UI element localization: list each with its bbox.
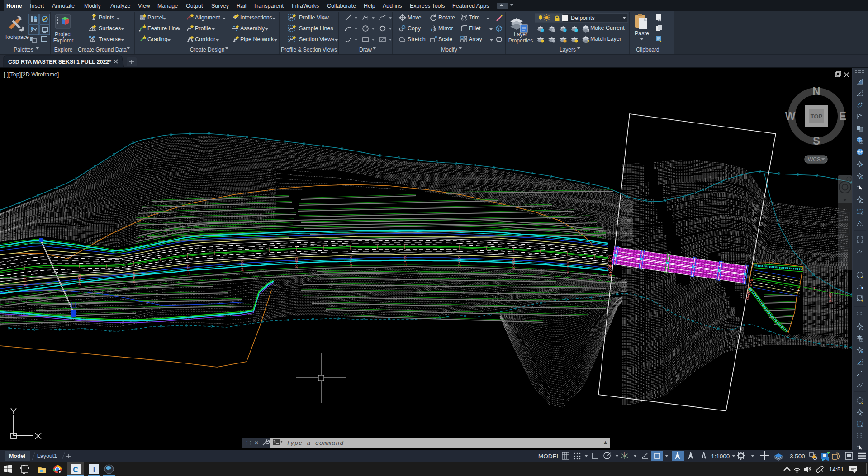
svg-text:Profile: Profile: [195, 25, 211, 32]
svg-text:Defpoints: Defpoints: [571, 15, 595, 21]
svg-text:Corridor: Corridor: [195, 36, 215, 42]
svg-text:Fillet: Fillet: [469, 25, 481, 32]
svg-text:10+400: 10+400: [349, 256, 353, 267]
svg-text:C: C: [73, 466, 78, 474]
svg-text:10+550: 10+550: [186, 264, 190, 275]
svg-text:InfraWorks: InfraWorks: [292, 3, 319, 9]
svg-text:14:51: 14:51: [829, 466, 844, 473]
svg-text:1:1000: 1:1000: [711, 453, 730, 460]
svg-text:Toolspace: Toolspace: [5, 34, 29, 40]
svg-text:WCS: WCS: [808, 156, 821, 163]
svg-text:E: E: [839, 110, 846, 122]
svg-text:Copy: Copy: [408, 25, 421, 32]
svg-text:Model: Model: [9, 453, 25, 459]
svg-text:View: View: [138, 3, 151, 9]
svg-text:8+450: 8+450: [828, 292, 832, 302]
svg-text:Surfaces: Surfaces: [99, 25, 121, 32]
svg-text:Layer: Layer: [514, 31, 527, 38]
svg-text:Profile & Section Views: Profile & Section Views: [281, 47, 337, 53]
svg-text:Explorer: Explorer: [53, 38, 74, 44]
svg-text:C3D RTA MASTER SEKSI 1 FULL 20: C3D RTA MASTER SEKSI 1 FULL 2022*: [8, 59, 111, 65]
svg-text:10+250: 10+250: [512, 258, 516, 269]
svg-text:Pipe Network: Pipe Network: [240, 36, 274, 42]
svg-text:Traverse: Traverse: [99, 36, 121, 42]
svg-text:N: N: [812, 85, 820, 97]
svg-text:10+350: 10+350: [403, 255, 407, 266]
svg-text:Stretch: Stretch: [408, 36, 426, 42]
svg-text:Palettes: Palettes: [14, 47, 33, 53]
svg-text:Rotate: Rotate: [438, 14, 455, 21]
svg-text:Section Views: Section Views: [299, 36, 334, 42]
svg-text:Parcel: Parcel: [147, 14, 163, 21]
svg-text:10+500: 10+500: [240, 260, 244, 272]
svg-text:A: A: [861, 177, 863, 180]
svg-text:Feature Line: Feature Line: [147, 25, 179, 32]
svg-text:Match Layer: Match Layer: [590, 36, 621, 42]
svg-text:Alignment: Alignment: [195, 14, 220, 21]
svg-text:3.500: 3.500: [790, 453, 805, 460]
svg-text:Scale: Scale: [438, 36, 452, 42]
svg-text:Assembly: Assembly: [240, 25, 265, 32]
svg-text:Analyze: Analyze: [110, 3, 131, 9]
svg-text:MODEL: MODEL: [538, 453, 560, 460]
svg-text:10+300: 10+300: [457, 256, 461, 267]
svg-text:[-][Top][2D Wireframe]: [-][Top][2D Wireframe]: [4, 71, 59, 78]
svg-text:Properties: Properties: [508, 38, 533, 44]
svg-text:Draw: Draw: [359, 47, 372, 53]
svg-text:Rail: Rail: [237, 3, 247, 9]
svg-text:Explore: Explore: [54, 47, 73, 53]
svg-text:Mirror: Mirror: [438, 25, 453, 32]
svg-text:Express Tools: Express Tools: [410, 3, 445, 9]
svg-text:Survey: Survey: [211, 3, 229, 9]
svg-text:Featured Apps: Featured Apps: [452, 3, 489, 9]
svg-text:Annotate: Annotate: [52, 3, 75, 9]
svg-text:S: S: [813, 135, 820, 147]
svg-text:Add-ins: Add-ins: [383, 3, 402, 9]
svg-text:Help: Help: [364, 3, 375, 9]
svg-text:Paste: Paste: [635, 30, 649, 37]
svg-text:10+200: 10+200: [566, 262, 570, 273]
svg-text:Clipboard: Clipboard: [636, 47, 659, 53]
svg-text:Insert: Insert: [30, 3, 44, 9]
svg-text:I: I: [93, 466, 95, 474]
svg-text:Output: Output: [186, 3, 203, 9]
svg-text:Trim: Trim: [469, 14, 480, 21]
svg-text:Points: Points: [99, 14, 114, 21]
svg-text:Sample Lines: Sample Lines: [299, 25, 333, 32]
svg-text:10+450: 10+450: [294, 257, 299, 269]
svg-text:10+700: 10+700: [23, 277, 27, 288]
svg-text:Modify: Modify: [441, 47, 457, 53]
svg-text:Layers: Layers: [560, 47, 576, 53]
svg-text:Intersections: Intersections: [240, 14, 272, 21]
svg-text:Create Design: Create Design: [190, 47, 225, 53]
svg-text:Home: Home: [6, 3, 22, 9]
svg-text:TOP: TOP: [811, 113, 823, 120]
svg-text:Grading: Grading: [147, 36, 168, 42]
svg-text:Modify: Modify: [84, 3, 101, 9]
svg-text:Make Current: Make Current: [590, 25, 625, 31]
svg-text:Project: Project: [55, 31, 72, 38]
svg-text:10+600: 10+600: [132, 272, 136, 283]
svg-text:Manage: Manage: [157, 3, 178, 9]
svg-text:Transparent: Transparent: [253, 3, 284, 9]
svg-text:W: W: [785, 110, 796, 122]
svg-text:Create Ground Data: Create Ground Data: [78, 47, 127, 53]
svg-text:Layout1: Layout1: [37, 453, 57, 459]
svg-text:Array: Array: [469, 36, 483, 42]
svg-text:10+650: 10+650: [77, 274, 81, 286]
svg-text:Move: Move: [408, 14, 422, 21]
svg-text:Collaborate: Collaborate: [327, 3, 356, 9]
svg-text:9+295.621: 9+295.621: [608, 254, 613, 276]
